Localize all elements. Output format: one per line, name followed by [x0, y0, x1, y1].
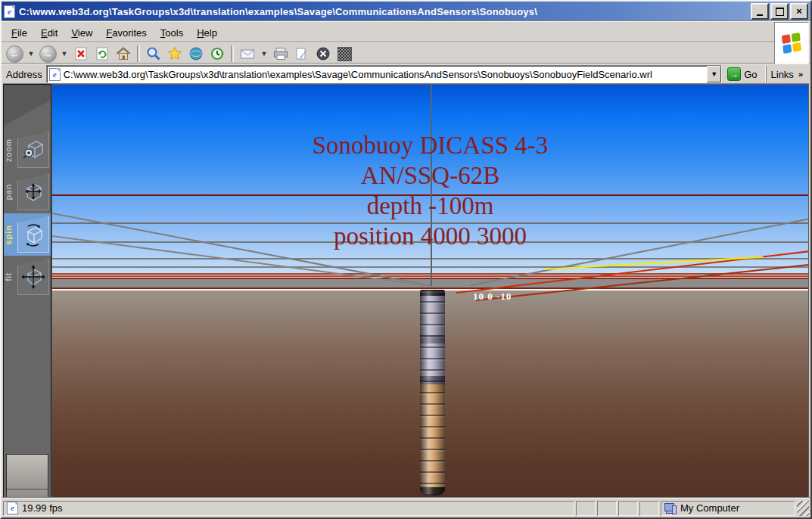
chevron-down-icon: ▼	[261, 50, 268, 57]
globe-icon	[188, 45, 204, 62]
forward-dropdown[interactable]: ▼	[59, 45, 70, 63]
ie-document-icon: e	[4, 5, 15, 18]
status-bar: e 19.99 fps My Computer	[2, 498, 810, 517]
ie-document-icon: e	[7, 502, 18, 514]
menu-favorites[interactable]: Favorites	[99, 25, 153, 41]
close-icon: ×	[796, 6, 802, 16]
address-input[interactable]: e C:\www.web3d.org\TaskGroups\x3d\transl…	[46, 65, 722, 83]
links-toolbar[interactable]: Links »	[766, 66, 807, 82]
sonobuoy-model[interactable]	[420, 290, 445, 496]
minimize-icon	[757, 14, 763, 16]
close-button[interactable]: ×	[790, 3, 808, 20]
tool-pan-button[interactable]: pan	[4, 171, 51, 213]
menu-file[interactable]: File	[5, 25, 34, 41]
mail-dropdown[interactable]: ▼	[259, 45, 269, 63]
search-icon	[145, 45, 162, 62]
status-pane	[576, 501, 596, 516]
history-icon	[209, 45, 226, 62]
fit-cube-icon	[20, 264, 46, 290]
toolbar-separator	[231, 45, 234, 62]
links-label: Links	[771, 69, 794, 80]
home-button[interactable]	[114, 45, 133, 63]
vrml-viewport[interactable]: Sonobuoy DICASS 4-3 AN/SSQ-62B depth -10…	[51, 84, 809, 500]
menu-bar: File Edit View Favorites Tools Help	[2, 21, 810, 43]
scene-title-line: depth -100m	[52, 191, 808, 221]
go-button[interactable]: → Go	[726, 67, 761, 82]
status-pane	[639, 501, 659, 516]
forward-button[interactable]: →	[38, 45, 58, 63]
search-button[interactable]	[144, 45, 163, 63]
window-title: C:\www.web3d.org\TaskGroups\x3d\translat…	[19, 6, 749, 17]
tool-fit-button[interactable]: fit	[4, 256, 51, 298]
back-icon: ←	[6, 45, 23, 63]
title-bar: e C:\www.web3d.org\TaskGroups\x3d\transl…	[2, 2, 810, 21]
back-dropdown[interactable]: ▼	[26, 45, 36, 63]
security-zone-pane: My Computer	[661, 501, 795, 516]
spin-cube-icon	[20, 222, 46, 247]
grid-icon	[338, 47, 352, 61]
chevron-down-icon: ▼	[28, 50, 35, 57]
edit-page-icon	[294, 45, 310, 62]
toolbar-separator	[137, 45, 140, 62]
media-button[interactable]	[186, 45, 206, 63]
tool-pan-label: pan	[4, 184, 16, 200]
address-label: Address	[5, 69, 42, 80]
mail-button[interactable]	[238, 45, 257, 63]
windows-flag-icon	[782, 33, 801, 54]
print-button[interactable]	[271, 45, 291, 63]
minimize-button[interactable]	[751, 3, 769, 20]
home-icon	[115, 45, 132, 62]
my-computer-icon	[664, 503, 677, 513]
refresh-icon	[94, 45, 110, 62]
menu-tools[interactable]: Tools	[154, 25, 190, 41]
discuss-button[interactable]	[313, 45, 333, 63]
zone-label: My Computer	[680, 502, 739, 514]
address-value: C:\www.web3d.org\TaskGroups\x3d\translat…	[64, 69, 704, 80]
status-pane	[597, 501, 617, 516]
favorites-button[interactable]	[165, 45, 185, 63]
address-dropdown-button[interactable]: ▼	[707, 66, 721, 82]
stop-button[interactable]	[71, 45, 91, 63]
status-main-pane: e 19.99 fps	[3, 501, 574, 516]
pan-cube-icon	[20, 179, 46, 205]
menu-help[interactable]: Help	[190, 25, 224, 41]
address-bar: Address e C:\www.web3d.org\TaskGroups\x3…	[2, 64, 810, 84]
refresh-button[interactable]	[92, 45, 112, 63]
scene-title-line: AN/SSQ-62B	[52, 160, 808, 191]
maximize-button[interactable]	[770, 3, 789, 20]
throbber	[774, 22, 809, 64]
menu-view[interactable]: View	[64, 25, 99, 41]
sidebar-header	[4, 85, 51, 129]
tool-spin-label: spin	[4, 225, 16, 245]
maximize-icon	[776, 8, 784, 16]
tool-fit-label: fit	[4, 272, 16, 281]
scene-title-line: position 4000 3000	[52, 221, 808, 251]
sidebar-bottom-panel	[6, 454, 48, 499]
edit-button[interactable]	[292, 45, 312, 63]
go-arrow-icon: →	[727, 67, 741, 81]
standard-toolbar: ← ▼ → ▼	[2, 42, 810, 64]
chevron-down-icon: ▼	[61, 50, 68, 57]
chevron-down-icon: ▼	[711, 70, 717, 78]
messenger-button[interactable]	[334, 45, 354, 63]
fps-readout: 19.99 fps	[22, 502, 63, 514]
zoom-cube-icon	[20, 137, 46, 163]
status-pane	[618, 501, 638, 516]
back-button[interactable]: ←	[5, 45, 24, 63]
resize-grip[interactable]	[797, 501, 809, 516]
ie-document-icon: e	[49, 68, 61, 81]
menu-edit[interactable]: Edit	[34, 25, 64, 41]
discuss-icon	[315, 45, 331, 62]
mail-icon	[239, 45, 256, 62]
favorites-star-icon	[166, 45, 183, 62]
forward-icon: →	[39, 45, 57, 63]
sonobuoy-position-label: 10 0 -10	[473, 291, 512, 303]
tool-spin-button[interactable]: spin	[4, 213, 51, 256]
links-chevron-icon: »	[798, 70, 803, 79]
scene-title-text: Sonobuoy DICASS 4-3 AN/SSQ-62B depth -10…	[52, 130, 808, 251]
main-area: zoom pan spin	[3, 83, 809, 500]
print-icon	[272, 45, 289, 62]
go-label: Go	[744, 69, 757, 80]
history-button[interactable]	[207, 45, 227, 63]
tool-zoom-button[interactable]: zoom	[4, 129, 51, 171]
